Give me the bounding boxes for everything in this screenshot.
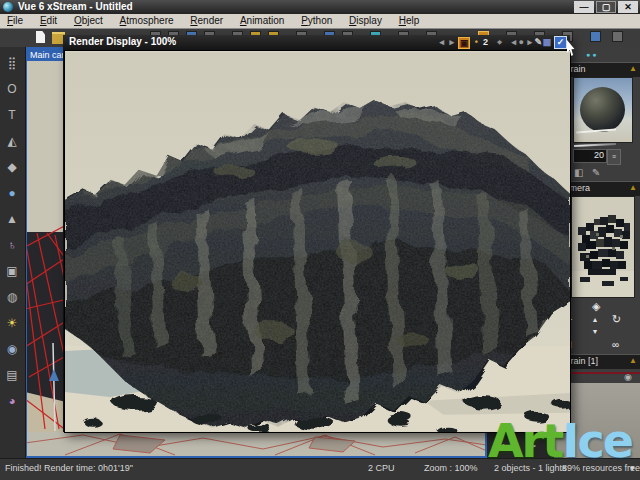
window-titlebar[interactable]: Vue 6 xStream - Untitled — ▢ ✕ bbox=[0, 0, 640, 14]
translate-gizmo-icon[interactable] bbox=[49, 369, 59, 381]
display-mode-icon[interactable]: ▣ bbox=[458, 37, 470, 49]
render-sphere-tool-icon[interactable]: ◕ bbox=[0, 390, 24, 412]
rock-pile-tool-icon[interactable]: ◆ bbox=[0, 156, 24, 178]
toolbar-icon[interactable] bbox=[590, 31, 601, 42]
pan-right-icon[interactable]: ▸ bbox=[527, 36, 532, 49]
edit-material-icon[interactable]: ✎ bbox=[592, 167, 600, 178]
pan-left-icon[interactable]: ◂ bbox=[511, 36, 516, 49]
select-tool-icon[interactable]: ⣿ bbox=[0, 52, 24, 74]
terrain-slider[interactable] bbox=[574, 143, 616, 147]
warning-icon: ▲ bbox=[629, 183, 637, 192]
camera-render-preview[interactable] bbox=[571, 196, 635, 298]
terrain-render bbox=[65, 51, 570, 432]
menu-edit[interactable]: Edit bbox=[33, 14, 64, 26]
pan-center-icon[interactable]: ● bbox=[519, 36, 524, 49]
panel-quality-icons[interactable]: ● ● bbox=[586, 51, 596, 58]
material-sphere bbox=[580, 87, 625, 132]
warning-icon: ▲ bbox=[629, 356, 637, 365]
light-tool-icon[interactable]: ☀ bbox=[0, 312, 24, 334]
material-icon[interactable]: ◧ bbox=[574, 167, 583, 178]
planet-tool-icon[interactable]: ♄ bbox=[0, 234, 24, 256]
water-tool-icon[interactable]: ● bbox=[0, 182, 24, 204]
rock-tool-icon[interactable]: O bbox=[0, 78, 24, 100]
app-logo-icon bbox=[3, 2, 13, 12]
menu-bar: File Edit Object Atmosphere Render Anima… bbox=[0, 14, 640, 29]
terrain-size-field[interactable]: 20 bbox=[573, 149, 607, 163]
sphere-tool-icon[interactable]: ◍ bbox=[0, 286, 24, 308]
menu-object[interactable]: Object bbox=[67, 14, 110, 26]
zoom-render-icon[interactable]: ⌖ bbox=[497, 36, 502, 49]
next-render-icon[interactable]: ▸ bbox=[449, 36, 454, 49]
terrain-size-spinner[interactable]: ≡ bbox=[607, 149, 621, 165]
horizon-line bbox=[576, 129, 616, 134]
menu-render[interactable]: Render bbox=[183, 14, 230, 26]
prev-render-icon[interactable]: ◂ bbox=[439, 36, 444, 49]
menu-help[interactable]: Help bbox=[392, 14, 427, 26]
watermark: ArtIce bbox=[488, 418, 632, 464]
toolbar-icon[interactable] bbox=[612, 31, 623, 42]
menu-file[interactable]: File bbox=[0, 14, 30, 26]
cube-tool-icon[interactable]: ▣ bbox=[0, 260, 24, 282]
lower-icon[interactable]: ▾ bbox=[593, 327, 597, 336]
menu-python[interactable]: Python bbox=[294, 14, 339, 26]
app-window: Vue 6 xStream - Untitled — ▢ ✕ File Edit… bbox=[0, 0, 640, 480]
menu-display[interactable]: Display bbox=[342, 14, 389, 26]
watermark-art: Art bbox=[488, 414, 562, 468]
status-zoom[interactable]: Zoom : 100% bbox=[424, 463, 478, 473]
close-button[interactable]: ✕ bbox=[618, 1, 638, 13]
menu-atmosphere[interactable]: Atmosphere bbox=[113, 14, 181, 26]
new-file-icon[interactable] bbox=[36, 31, 45, 43]
render-display-window[interactable]: Render Display - 100% ◂ ▸ ▣ • 2 ⌖ ◂ ● ▸ … bbox=[63, 35, 570, 432]
orbit-icon[interactable]: ↻ bbox=[612, 313, 621, 326]
menu-animation[interactable]: Animation bbox=[233, 14, 291, 26]
status-cpu: 2 CPU bbox=[368, 463, 395, 473]
palette-icon[interactable]: ▦ bbox=[542, 36, 551, 49]
minimize-button[interactable]: — bbox=[574, 1, 594, 13]
render-window-title: Render Display - 100% bbox=[69, 36, 176, 47]
object-toolbar: ⣿ O T ◭ ◆ ● ▲ ♄ ▣ ◍ ☀ ◉ ▤ ◕ bbox=[0, 47, 26, 458]
brush-icon[interactable]: ✎ bbox=[534, 36, 542, 49]
text-tool-icon[interactable]: T bbox=[0, 104, 24, 126]
group-tool-icon[interactable]: ▤ bbox=[0, 364, 24, 386]
warning-icon: ▲ bbox=[629, 64, 637, 73]
status-message: Finished! Render time: 0h01'19" bbox=[5, 463, 133, 473]
camera-tool-icon[interactable]: ◉ bbox=[0, 338, 24, 360]
window-title: Vue 6 xStream - Untitled bbox=[18, 1, 133, 12]
terrain-material-preview[interactable] bbox=[573, 77, 633, 143]
dot-indicator-icon: • bbox=[475, 36, 478, 49]
terrain-tool-icon[interactable]: ◭ bbox=[0, 130, 24, 152]
link-camera-icon[interactable]: ∞ bbox=[612, 339, 619, 350]
confirm-checkbox[interactable]: ✓ bbox=[554, 36, 567, 49]
zoom-gizmo-icon[interactable]: ◈ bbox=[592, 300, 600, 313]
render-window-titlebar[interactable]: Render Display - 100% ◂ ▸ ▣ • 2 ⌖ ◂ ● ▸ … bbox=[63, 35, 570, 50]
visibility-eye-icon[interactable]: ◉ bbox=[624, 372, 632, 382]
center-icon[interactable]: ▴ bbox=[593, 315, 597, 324]
cone-tool-icon[interactable]: ▲ bbox=[0, 208, 24, 230]
render-count: 2 bbox=[483, 36, 488, 49]
rendered-image bbox=[64, 50, 571, 433]
maximize-button[interactable]: ▢ bbox=[596, 1, 616, 13]
watermark-ice: Ice bbox=[562, 414, 632, 468]
